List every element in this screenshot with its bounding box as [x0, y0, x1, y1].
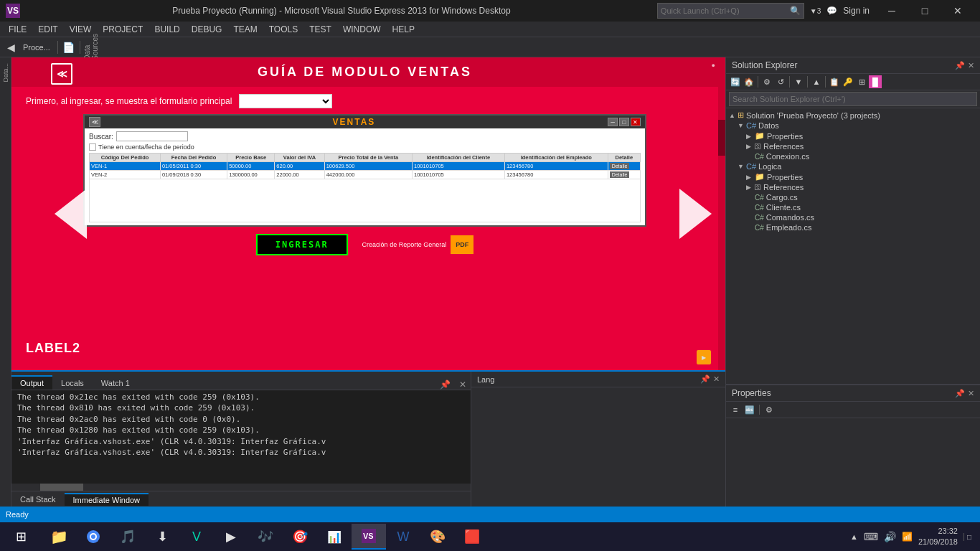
menu-project[interactable]: PROJECT — [97, 23, 149, 36]
inner-restore[interactable]: □ — [619, 118, 629, 126]
logica-cliente[interactable]: C# Cliente.cs — [727, 202, 979, 212]
taskbar-app-7[interactable]: 🎶 — [248, 524, 283, 550]
nav-arrow-left[interactable] — [51, 185, 90, 242]
preview-scrollbar[interactable] — [718, 57, 725, 370]
search-box[interactable]: 🔍 — [657, 3, 804, 19]
inner-minimize[interactable]: ─ — [608, 118, 618, 126]
minimize-button[interactable]: ─ — [875, 0, 908, 22]
tab-watch[interactable]: Watch 1 — [93, 377, 138, 390]
signin-button[interactable]: Sign in — [843, 6, 870, 16]
taskbar-chrome[interactable] — [76, 524, 110, 550]
project-datos[interactable]: ▼ C# Datos — [727, 121, 979, 131]
se-tool-sync[interactable]: 🔄 — [729, 75, 742, 88]
output-hscroll[interactable] — [11, 484, 471, 491]
quick-launch-input[interactable] — [658, 6, 787, 15]
props-extra-btn[interactable]: ⚙ — [763, 403, 776, 416]
taskbar-up-arrow[interactable]: ▲ — [850, 532, 858, 541]
logica-expander[interactable]: ▼ — [738, 163, 746, 170]
menu-tools[interactable]: TOOLS — [263, 23, 303, 36]
panel-pin-icon[interactable]: 📌 — [435, 380, 455, 390]
props-pin-icon[interactable]: 📌 — [955, 389, 965, 398]
detail-button[interactable]: Detalle — [610, 171, 630, 178]
slide-dropdown[interactable] — [239, 94, 332, 108]
se-tool-refresh[interactable]: ↺ — [774, 75, 787, 88]
find-files-icon[interactable]: 📄 — [61, 39, 77, 55]
taskbar-app-3[interactable]: 🎵 — [110, 524, 145, 550]
taskbar-file-explorer[interactable]: 📁 — [42, 524, 76, 550]
detail-button[interactable]: Detalle — [610, 163, 630, 169]
menu-help[interactable]: HELP — [387, 23, 420, 36]
taskbar-app-last[interactable]: 🟥 — [455, 524, 489, 550]
logica-properties[interactable]: ▶ 📁 Properties — [727, 171, 979, 182]
menu-build[interactable]: BUILD — [149, 23, 185, 36]
se-pin-icon[interactable]: 📌 — [955, 61, 965, 70]
ref-expander-2[interactable]: ▶ — [746, 184, 755, 191]
datos-expander[interactable]: ▼ — [738, 122, 746, 129]
taskbar-app-9[interactable]: 📊 — [317, 524, 352, 550]
logica-empleado[interactable]: C# Empleado.cs — [727, 222, 979, 232]
se-tool-props[interactable]: ⚙ — [760, 75, 773, 88]
se-tool-home[interactable]: 🏠 — [743, 75, 755, 88]
logica-references[interactable]: ▶ ⚿ References — [727, 182, 979, 192]
ref-expander-1[interactable]: ▶ — [746, 143, 755, 150]
back-button[interactable]: ◀ — [3, 39, 19, 55]
taskbar-app-6[interactable]: ▶ — [214, 524, 248, 550]
se-close-icon[interactable]: ✕ — [968, 61, 974, 70]
tab-call-stack[interactable]: Call Stack — [11, 494, 65, 505]
menu-window[interactable]: WINDOW — [337, 23, 387, 36]
menu-team[interactable]: TEAM — [227, 23, 263, 36]
close-button[interactable]: ✕ — [941, 0, 974, 22]
table-row[interactable]: VEN-201/09/2018 0:301300000.0022000.0044… — [90, 171, 641, 179]
se-tool-filter[interactable]: ▼ — [792, 75, 805, 88]
taskbar-app-4[interactable]: ⬇ — [145, 524, 179, 550]
nav-arrow-right[interactable] — [676, 185, 715, 242]
taskbar-app-word[interactable]: W — [386, 524, 420, 550]
datos-conexion[interactable]: C# Conexion.cs — [727, 151, 979, 161]
props-cat-btn[interactable]: ≡ — [729, 403, 742, 416]
datos-references[interactable]: ▶ ⚿ References — [727, 141, 979, 151]
header-back-icon[interactable]: ≪ — [51, 63, 72, 85]
inner-back-icon[interactable]: ≪ — [89, 117, 100, 127]
taskbar-vs-active[interactable]: VS — [352, 524, 386, 550]
tab-immediate-window[interactable]: Immediate Window — [65, 493, 149, 506]
tab-locals[interactable]: Locals — [52, 377, 93, 390]
start-button[interactable]: ⊞ — [3, 524, 39, 550]
solution-expander[interactable]: ▲ — [729, 112, 738, 119]
taskbar-app-5[interactable]: V — [179, 524, 214, 550]
tree-solution[interactable]: ▲ ⊞ Solution 'Prueba Proyecto' (3 projec… — [727, 110, 979, 121]
menu-edit[interactable]: EDIT — [32, 23, 63, 36]
pin-icon[interactable]: 📌 — [700, 375, 710, 384]
tab-output[interactable]: Output — [11, 375, 52, 390]
preview-scroll-thumb[interactable] — [718, 120, 725, 156]
restore-button[interactable]: □ — [908, 0, 941, 22]
se-tool-collapse[interactable]: ▲ — [810, 75, 823, 88]
data-sources-tab[interactable]: Data Sources — [83, 34, 99, 60]
props-close-icon[interactable]: ✕ — [968, 389, 974, 398]
close-icon[interactable]: ✕ — [713, 375, 720, 384]
table-row[interactable]: VEN-101/05/2011 0:3050000.00620.00100629… — [90, 162, 641, 171]
se-tool-extra3[interactable]: ⊞ — [855, 75, 868, 88]
logica-cargo[interactable]: C# Cargo.cs — [727, 192, 979, 202]
se-tool-extra1[interactable]: 📋 — [828, 75, 841, 88]
project-logica[interactable]: ▼ C# Logica — [727, 161, 979, 171]
taskbar-app-8[interactable]: 🎯 — [283, 524, 317, 550]
props-alpha-btn[interactable]: 🔤 — [743, 403, 756, 416]
inner-close[interactable]: ✕ — [631, 118, 641, 126]
taskbar-show-desktop[interactable]: □ — [963, 533, 971, 541]
se-tool-extra2[interactable]: 🔑 — [842, 75, 854, 88]
ingresar-button[interactable]: INGRESAR — [256, 234, 348, 255]
taskbar-volume[interactable]: 🔊 — [884, 531, 896, 542]
props-expander-2[interactable]: ▶ — [746, 174, 755, 181]
menu-file[interactable]: FILE — [3, 23, 32, 36]
menu-test[interactable]: TEST — [303, 23, 337, 36]
data-sources-tab-v[interactable]: Data... — [2, 63, 9, 83]
props-expander[interactable]: ▶ — [746, 133, 755, 140]
datos-properties[interactable]: ▶ 📁 Properties — [727, 131, 979, 141]
taskbar-network[interactable]: 📶 — [902, 532, 913, 542]
logica-comandos[interactable]: C# Comandos.cs — [727, 212, 979, 222]
checkbox[interactable] — [89, 143, 96, 151]
buscar-input[interactable] — [116, 131, 188, 141]
menu-debug[interactable]: DEBUG — [186, 23, 228, 36]
se-search-input[interactable] — [729, 92, 977, 106]
panel-close-icon[interactable]: ✕ — [455, 380, 471, 390]
